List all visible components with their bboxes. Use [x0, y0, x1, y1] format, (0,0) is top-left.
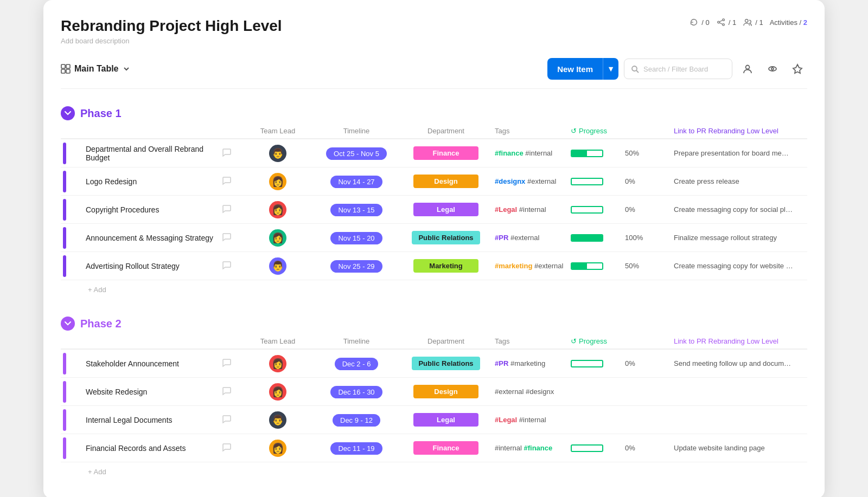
col-progress-label: ↺Progress	[571, 127, 625, 135]
toolbar-left: Main Table	[61, 64, 130, 74]
svg-line-11	[636, 70, 639, 73]
dept-cell: Legal	[413, 203, 478, 216]
comment-cell[interactable]	[222, 442, 232, 454]
timeline-badge: Nov 15 - 20	[330, 232, 382, 244]
tag1: #external	[495, 388, 524, 396]
team-lead-cell: 👨	[269, 411, 286, 429]
row-color-bar	[63, 199, 66, 221]
tag1: #PR	[495, 234, 508, 242]
avatar: 👨	[269, 145, 286, 162]
row-color-bar-cell	[61, 227, 80, 249]
comment-icon	[222, 260, 232, 270]
table-row: Website Redesign 👩 Dec 16 - 30 Design #e…	[61, 378, 807, 406]
progress-bar	[571, 262, 625, 270]
col-tags-label: Tags	[495, 127, 571, 135]
progress-bar-bg	[571, 178, 603, 185]
dept-badge: Marketing	[413, 259, 478, 273]
activities-badge: Activities / 2	[770, 18, 807, 27]
phase1-header: Phase 1	[61, 106, 807, 120]
col-timeline-label: Timeline	[343, 127, 370, 135]
row-color-bar-cell	[61, 353, 80, 375]
dept-badge: Finance	[413, 441, 478, 455]
avatar: 👩	[269, 173, 286, 190]
tag2: #internal	[517, 205, 546, 214]
col-teamlead-label: Team Lead	[260, 127, 295, 135]
row-color-bar-cell	[61, 437, 80, 459]
search-placeholder: Search / Filter Board	[643, 65, 708, 73]
svg-line-4	[719, 20, 722, 22]
row-color-bar-cell	[61, 199, 80, 221]
phase2-section: Phase 2 Team Lead Timeline Department Ta…	[61, 317, 807, 481]
phase1-add-row[interactable]: + Add	[61, 280, 807, 299]
comment-cell[interactable]	[222, 176, 232, 188]
new-item-label: New Item	[547, 58, 603, 80]
svg-line-3	[719, 23, 722, 24]
people-badge: / 1	[743, 17, 763, 27]
share-badge: / 1	[716, 17, 736, 27]
share-icon	[716, 17, 726, 27]
pin-icon	[792, 63, 803, 74]
table-row: Financial Records and Assets 👩 Dec 11 - …	[61, 434, 807, 462]
dept-badge: Legal	[413, 203, 478, 216]
progress-cell	[571, 234, 625, 242]
new-item-button[interactable]: New Item ▾	[547, 58, 618, 80]
eye-icon-button[interactable]	[763, 59, 782, 79]
tags-cell: #Legal #internal	[495, 205, 571, 214]
profile-icon	[742, 63, 753, 74]
col2-teamlead-label: Team Lead	[260, 337, 295, 345]
page-title: Rebranding Project High Level	[61, 17, 282, 35]
row-name: Stakeholder Announcement	[80, 359, 214, 368]
avatar: 👩	[269, 440, 286, 457]
link-cell: Update website landing page	[674, 444, 793, 452]
avatar: 👨	[269, 411, 286, 429]
tag1: #PR	[495, 359, 508, 367]
progress-bar-bg	[571, 262, 603, 270]
progress-cell	[571, 360, 625, 367]
table-row: Advertising Rollout Strategy 👨 Nov 25 - …	[61, 252, 807, 280]
comment-icon	[222, 358, 232, 367]
phase2-add-row[interactable]: + Add	[61, 462, 807, 481]
svg-rect-8	[61, 69, 65, 73]
comment-icon	[222, 176, 232, 185]
dept-cell: Public Relations	[412, 231, 480, 244]
header: Rebranding Project High Level Add board …	[61, 17, 807, 45]
row-color-bar-cell	[61, 255, 80, 277]
svg-point-5	[745, 20, 748, 22]
main-table-button[interactable]: Main Table	[61, 64, 130, 74]
link-cell: Create press release	[674, 177, 793, 185]
tag1: #Legal	[495, 205, 517, 214]
tag2: #finance	[522, 444, 552, 452]
comment-cell[interactable]	[222, 147, 232, 159]
phase1-section: Phase 1 Team Lead Timeline Department Ta…	[61, 106, 807, 299]
search-box[interactable]: Search / Filter Board	[624, 59, 732, 79]
pin-icon-button[interactable]	[788, 59, 807, 79]
profile-icon-button[interactable]	[738, 59, 757, 79]
comment-cell[interactable]	[222, 204, 232, 216]
link-cell: Send meeting follow up and documen...	[674, 359, 793, 367]
phase1-title: Phase 1	[80, 107, 122, 120]
comment-icon	[222, 414, 232, 424]
comment-cell[interactable]	[222, 232, 232, 244]
svg-point-10	[632, 66, 637, 71]
timeline-badge: Dec 16 - 30	[330, 386, 382, 398]
header-right: / 0 / 1 / 1 Activities / 2	[689, 17, 807, 27]
svg-point-1	[717, 21, 719, 23]
tags-cell: #external #designx	[495, 388, 571, 396]
timeline-cell: Nov 14 - 27	[330, 177, 382, 186]
avatar: 👩	[269, 355, 286, 372]
comment-cell[interactable]	[222, 386, 232, 398]
dept-cell: Public Relations	[412, 357, 480, 370]
link-cell: Prepare presentation for board memb...	[674, 149, 793, 157]
tags-cell: #PR #external	[495, 234, 571, 242]
phase2-header: Phase 2	[61, 317, 807, 331]
comment-cell[interactable]	[222, 260, 232, 272]
header-left: Rebranding Project High Level Add board …	[61, 17, 282, 45]
comment-cell[interactable]	[222, 358, 232, 370]
team-lead-cell: 👩	[269, 201, 286, 218]
tag2: #marketing	[508, 359, 545, 367]
tag1: #marketing	[495, 262, 532, 270]
phase1-table-header: Team Lead Timeline Department Tags ↺Prog…	[61, 127, 807, 139]
tag2: #external	[525, 177, 556, 185]
comment-cell[interactable]	[222, 414, 232, 426]
people-icon	[743, 17, 752, 27]
